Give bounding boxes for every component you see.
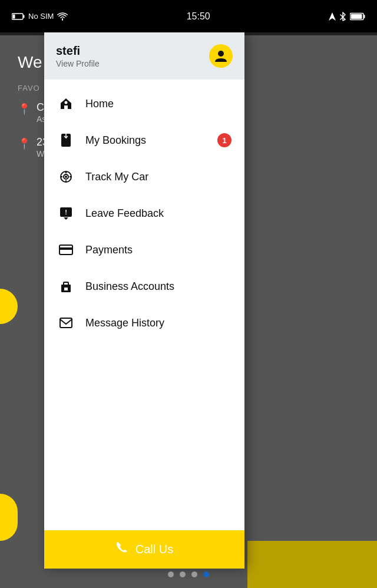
menu-item-my-bookings[interactable]: My Bookings 1 xyxy=(44,122,244,158)
track-car-label: Track My Car xyxy=(85,171,148,183)
svg-rect-19 xyxy=(59,247,72,250)
message-icon xyxy=(57,314,75,332)
svg-rect-2 xyxy=(13,14,15,18)
home-icon xyxy=(57,95,75,113)
feedback-label: Leave Feedback xyxy=(85,207,164,220)
menu-item-business-accounts[interactable]: Business Accounts xyxy=(44,268,244,305)
feedback-icon: ! xyxy=(57,204,75,222)
username: stefi xyxy=(56,44,100,58)
status-time: 15:50 xyxy=(187,11,210,22)
svg-point-11 xyxy=(65,176,67,178)
bluetooth-icon xyxy=(339,12,346,21)
location-pin-icon-2: 📍 xyxy=(18,137,31,150)
menu-list: Home My Bookings 1 xyxy=(44,80,244,530)
view-profile-link[interactable]: View Profile xyxy=(56,59,100,68)
svg-rect-22 xyxy=(64,288,68,290)
payments-icon xyxy=(57,241,75,259)
menu-item-track-my-car[interactable]: Track My Car xyxy=(44,158,244,195)
call-us-button[interactable]: Call Us xyxy=(44,530,244,569)
page-dot-3 xyxy=(203,572,209,577)
page-dot-2 xyxy=(191,572,197,577)
location-pin-icon-1: 📍 xyxy=(18,103,31,115)
battery-icon-left xyxy=(12,13,25,20)
menu-item-payments[interactable]: Payments xyxy=(44,232,244,268)
bookings-icon xyxy=(57,131,75,149)
payments-label: Payments xyxy=(85,244,133,256)
avatar xyxy=(209,44,233,68)
business-label: Business Accounts xyxy=(85,280,174,293)
phone-icon xyxy=(115,541,128,558)
status-left: No SIM xyxy=(12,12,68,21)
call-us-label: Call Us xyxy=(135,543,173,556)
message-label: Message History xyxy=(85,317,164,329)
menu-item-home[interactable]: Home xyxy=(44,85,244,122)
page-dot-0 xyxy=(168,572,174,577)
wifi-icon xyxy=(57,12,68,21)
home-label: Home xyxy=(85,98,114,110)
menu-item-leave-feedback[interactable]: ! Leave Feedback xyxy=(44,195,244,232)
svg-point-7 xyxy=(65,101,68,104)
business-icon xyxy=(57,278,75,295)
battery-icon-right xyxy=(350,12,365,21)
navigation-drawer: stefi View Profile Home xyxy=(44,32,244,569)
page-dot-1 xyxy=(180,572,186,577)
status-bar: No SIM 15:50 xyxy=(0,0,377,32)
svg-rect-5 xyxy=(350,14,362,19)
svg-rect-4 xyxy=(363,15,365,18)
page-dots xyxy=(168,572,209,577)
bookings-badge: 1 xyxy=(217,133,232,147)
svg-rect-1 xyxy=(24,15,25,18)
profile-text: stefi View Profile xyxy=(56,44,100,68)
svg-rect-21 xyxy=(64,282,68,285)
track-car-icon xyxy=(57,168,75,186)
status-right xyxy=(329,12,365,21)
location-arrow-icon xyxy=(329,12,336,21)
bookings-label: My Bookings xyxy=(85,134,146,147)
svg-point-6 xyxy=(218,51,224,57)
svg-text:!: ! xyxy=(65,209,67,216)
menu-item-message-history[interactable]: Message History xyxy=(44,305,244,341)
yellow-accent-bottom-right xyxy=(247,541,377,588)
profile-section[interactable]: stefi View Profile xyxy=(44,32,244,80)
svg-rect-23 xyxy=(60,318,72,328)
no-sim-label: No SIM xyxy=(28,12,54,21)
